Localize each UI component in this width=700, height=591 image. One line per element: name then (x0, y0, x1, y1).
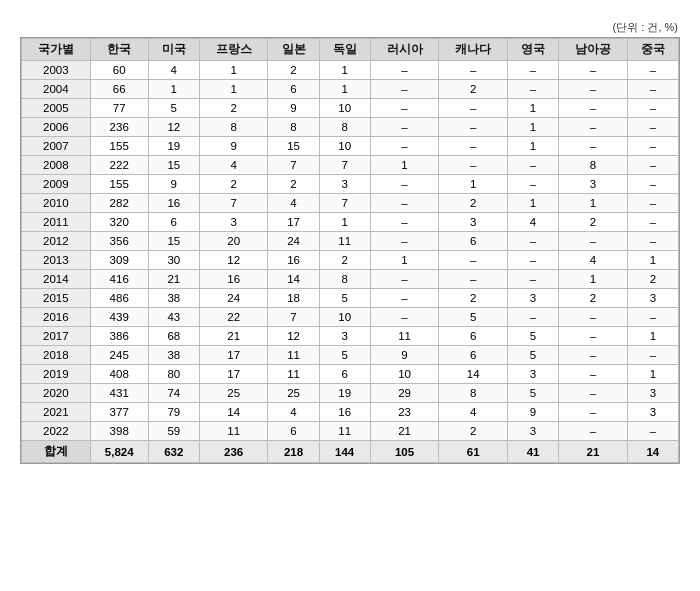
table-cell-2-10: – (627, 99, 678, 118)
table-cell-6-7: 1 (439, 175, 508, 194)
col-header-1: 한국 (90, 39, 148, 61)
table-cell-10-6: 1 (370, 251, 439, 270)
table-cell-11-7: – (439, 270, 508, 289)
table-cell-7-8: 1 (507, 194, 558, 213)
table-cell-1-3: 1 (199, 80, 268, 99)
table-cell-3-1: 236 (90, 118, 148, 137)
table-cell-10-4: 16 (268, 251, 319, 270)
table-cell-8-0: 2011 (22, 213, 91, 232)
table-cell-5-6: 1 (370, 156, 439, 175)
table-cell-8-10: – (627, 213, 678, 232)
table-cell-19-2: 59 (148, 422, 199, 441)
table-cell-16-0: 2019 (22, 365, 91, 384)
table-cell-13-1: 439 (90, 308, 148, 327)
table-cell-1-9: – (559, 80, 628, 99)
table-cell-15-4: 11 (268, 346, 319, 365)
table-cell-8-7: 3 (439, 213, 508, 232)
unit-label: (단위 : 건, %) (20, 20, 680, 35)
table-cell-1-2: 1 (148, 80, 199, 99)
table-cell-8-6: – (370, 213, 439, 232)
table-cell-14-7: 6 (439, 327, 508, 346)
table-cell-11-9: 1 (559, 270, 628, 289)
table-cell-17-0: 2020 (22, 384, 91, 403)
table-cell-15-2: 38 (148, 346, 199, 365)
table-cell-11-0: 2014 (22, 270, 91, 289)
table-cell-19-6: 21 (370, 422, 439, 441)
table-cell-6-8: – (507, 175, 558, 194)
col-header-0: 국가별 (22, 39, 91, 61)
table-cell-11-10: 2 (627, 270, 678, 289)
col-header-3: 프랑스 (199, 39, 268, 61)
table-cell-13-7: 5 (439, 308, 508, 327)
table-cell-7-3: 7 (199, 194, 268, 213)
table-row: 20182453817115965–– (22, 346, 679, 365)
table-cell-9-2: 15 (148, 232, 199, 251)
table-cell-17-9: – (559, 384, 628, 403)
table-cell-6-1: 155 (90, 175, 148, 194)
table-cell-3-0: 2006 (22, 118, 91, 137)
table-cell-9-10: – (627, 232, 678, 251)
table-cell-11-1: 416 (90, 270, 148, 289)
table-cell-4-1: 155 (90, 137, 148, 156)
table-cell-5-1: 222 (90, 156, 148, 175)
table-cell-4-3: 9 (199, 137, 268, 156)
table-cell-15-9: – (559, 346, 628, 365)
table-cell-4-9: – (559, 137, 628, 156)
table-cell-3-10: – (627, 118, 678, 137)
table-cell-10-1: 309 (90, 251, 148, 270)
table-cell-7-10: – (627, 194, 678, 213)
table-cell-9-0: 2012 (22, 232, 91, 251)
table-cell-5-10: – (627, 156, 678, 175)
table-cell-17-1: 431 (90, 384, 148, 403)
table-cell-10-0: 2013 (22, 251, 91, 270)
table-row: 202239859116112123–– (22, 422, 679, 441)
table-cell-8-8: 4 (507, 213, 558, 232)
table-cell-5-5: 7 (319, 156, 370, 175)
table-cell-14-4: 12 (268, 327, 319, 346)
table-cell-19-3: 11 (199, 422, 268, 441)
table-cell-20-8: 41 (507, 441, 558, 463)
table-row: 2008222154771––8– (22, 156, 679, 175)
table-cell-13-10: – (627, 308, 678, 327)
table-cell-16-9: – (559, 365, 628, 384)
table-cell-19-0: 2022 (22, 422, 91, 441)
table-cell-12-8: 3 (507, 289, 558, 308)
table-cell-17-5: 19 (319, 384, 370, 403)
table-cell-18-8: 9 (507, 403, 558, 422)
table-cell-1-7: 2 (439, 80, 508, 99)
table-cell-19-7: 2 (439, 422, 508, 441)
table-cell-6-2: 9 (148, 175, 199, 194)
table-cell-2-4: 9 (268, 99, 319, 118)
table-cell-11-6: – (370, 270, 439, 289)
table-cell-0-1: 60 (90, 61, 148, 80)
table-row: 201132063171–342– (22, 213, 679, 232)
table-cell-18-1: 377 (90, 403, 148, 422)
table-cell-18-3: 14 (199, 403, 268, 422)
table-cell-4-2: 19 (148, 137, 199, 156)
table-row: 202137779144162349–3 (22, 403, 679, 422)
table-cell-11-3: 16 (199, 270, 268, 289)
table-row: 20071551991510––1–– (22, 137, 679, 156)
table-cell-16-10: 1 (627, 365, 678, 384)
table-cell-13-5: 10 (319, 308, 370, 327)
table-cell-10-5: 2 (319, 251, 370, 270)
table-cell-11-4: 14 (268, 270, 319, 289)
table-cell-0-0: 2003 (22, 61, 91, 80)
col-header-9: 남아공 (559, 39, 628, 61)
table-cell-15-5: 5 (319, 346, 370, 365)
table-row: 20164394322710–5––– (22, 308, 679, 327)
table-cell-9-5: 11 (319, 232, 370, 251)
table-cell-3-9: – (559, 118, 628, 137)
table-wrapper: 국가별한국미국프랑스일본독일러시아캐나다영국남아공중국 2003604121––… (20, 37, 680, 464)
table-row: 201330930121621––41 (22, 251, 679, 270)
table-cell-19-1: 398 (90, 422, 148, 441)
table-cell-13-3: 22 (199, 308, 268, 327)
table-cell-7-1: 282 (90, 194, 148, 213)
table-cell-5-7: – (439, 156, 508, 175)
table-cell-14-6: 11 (370, 327, 439, 346)
table-cell-1-10: – (627, 80, 678, 99)
table-cell-11-2: 21 (148, 270, 199, 289)
table-cell-12-0: 2015 (22, 289, 91, 308)
table-cell-8-5: 1 (319, 213, 370, 232)
table-cell-18-4: 4 (268, 403, 319, 422)
